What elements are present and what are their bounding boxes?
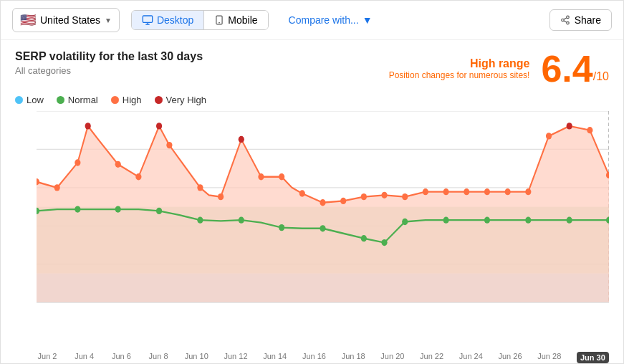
compare-label: Compare with... [289,14,359,26]
orange-dot [587,127,592,133]
country-selector[interactable]: 🇺🇸 United States ▼ [12,8,120,32]
range-desc: Position changes for numerous sites! [389,70,530,80]
very-high-dot-chart [85,123,91,129]
normal-dot [57,96,64,104]
info-row: SERP volatility for the last 30 days All… [1,40,623,90]
green-dot [361,235,367,241]
x-label-jun14: Jun 14 [263,352,287,363]
x-labels: Jun 2 Jun 4 Jun 6 Jun 8 Jun 10 Jun 12 Ju… [1,349,623,363]
compare-chevron-icon: ▼ [363,14,373,26]
very-high-dot-chart [567,123,572,129]
orange-dot [320,199,325,206]
legend-normal: Normal [57,95,98,105]
orange-dot [340,198,346,204]
chart-svg: 0 2 4 6 8 10 [37,111,609,327]
x-label-jun10: Jun 10 [185,352,208,363]
orange-dot [546,133,552,139]
orange-dot [443,188,448,195]
x-label-jun8: Jun 8 [148,352,169,363]
legend-low-label: Low [27,95,44,105]
green-dot [320,225,325,231]
top-bar: 🇺🇸 United States ▼ Desktop Mobile Compar… [1,1,623,40]
green-dot [402,219,408,225]
very-high-dot-chart [239,136,244,143]
green-dot [443,217,448,224]
subtitle: All categories [15,65,203,76]
chart-area: 0 2 4 6 8 10 [1,111,623,349]
score-label: High range Position changes for numerous… [389,57,530,80]
green-dot [75,206,80,212]
orange-dot [381,192,387,198]
x-label-jun30: Jun 30 [577,352,609,363]
green-dot [381,239,387,246]
orange-dot [423,188,428,195]
orange-dot [258,173,264,180]
orange-dot [279,173,284,180]
tab-mobile-label: Mobile [228,14,257,26]
x-label-jun24: Jun 24 [459,352,483,363]
x-label-jun6: Jun 6 [110,352,132,363]
tab-desktop[interactable]: Desktop [132,11,204,29]
share-icon [560,15,570,25]
country-label: United States [40,14,100,26]
legend-very-high: Very High [155,95,206,105]
x-label-jun18: Jun 18 [342,352,365,363]
green-dot [567,217,572,224]
green-dot [197,217,203,224]
green-dot [525,217,531,224]
orange-dot [197,184,203,191]
x-label-jun20: Jun 20 [380,352,404,363]
tab-desktop-label: Desktop [157,14,193,26]
x-label-jun4: Jun 4 [74,352,95,363]
legend: Low Normal High Very High [1,90,623,108]
orange-dot [525,188,531,195]
score-value: 6.4 [541,50,592,87]
orange-dot [505,188,511,195]
very-high-dot-chart [156,123,162,129]
green-dot [239,217,244,224]
orange-dot [361,193,367,200]
score-display: 6.4 /10 [541,50,609,87]
title-area: SERP volatility for the last 30 days All… [15,50,203,76]
x-label-jun16: Jun 16 [302,352,326,363]
main-container: 🇺🇸 United States ▼ Desktop Mobile Compar… [0,0,624,364]
chevron-down-icon: ▼ [105,16,112,24]
legend-low: Low [15,95,44,105]
svg-line-9 [564,18,567,19]
x-label-jun2: Jun 2 [37,352,58,363]
orange-dot [402,193,408,200]
svg-line-8 [564,21,567,22]
orange-dot [299,190,305,196]
green-dot [115,206,121,212]
score-area: High range Position changes for numerous… [389,50,609,87]
orange-dot [75,159,80,166]
orange-dot [135,173,141,180]
legend-very-high-label: Very High [166,95,206,105]
legend-normal-label: Normal [68,95,98,105]
low-dot [15,96,23,104]
legend-high-label: High [123,95,142,105]
x-label-jun28: Jun 28 [537,352,561,363]
score-denom: /10 [593,70,609,83]
share-button[interactable]: Share [549,9,612,31]
x-label-jun26: Jun 26 [499,352,522,363]
share-label: Share [575,14,601,26]
device-tabs: Desktop Mobile [131,10,269,30]
orange-dot [464,188,469,195]
legend-high: High [111,95,142,105]
very-high-dot [155,96,163,104]
mobile-icon [214,14,224,26]
orange-dot [484,188,490,195]
green-dot [156,208,162,214]
range-title: High range [389,57,530,70]
svg-point-5 [566,16,569,19]
x-label-jun12: Jun 12 [224,352,247,363]
orange-dot [166,142,172,148]
green-dot [484,217,490,224]
orange-dot [54,184,60,191]
orange-dot [115,161,121,168]
svg-point-7 [566,21,569,24]
orange-fill-area [37,126,609,302]
tab-mobile[interactable]: Mobile [204,11,267,29]
compare-button[interactable]: Compare with... ▼ [280,11,381,29]
